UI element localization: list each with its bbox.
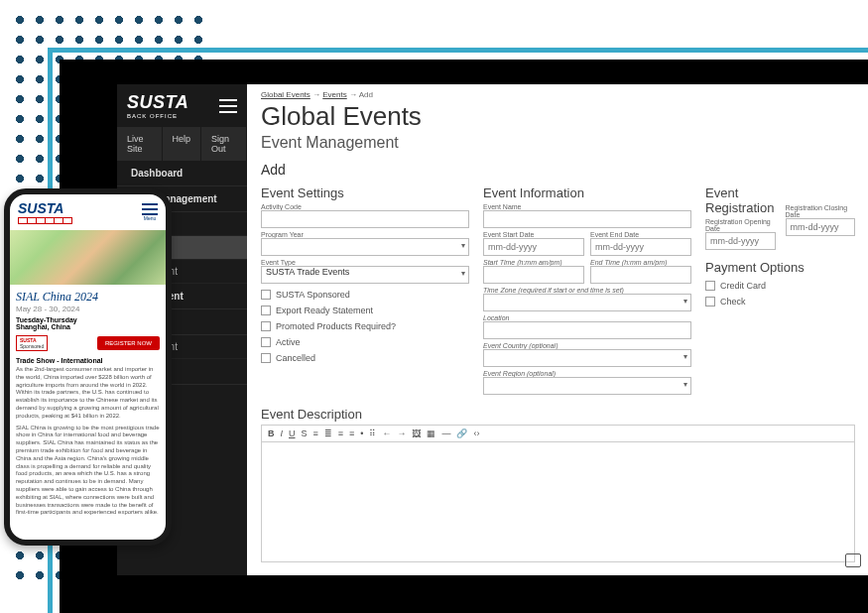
brand-name: SUSTA [127, 92, 188, 112]
end-time-input[interactable] [590, 266, 691, 284]
indent-icon[interactable]: → [397, 429, 406, 438]
align-left-icon[interactable]: ≡ [313, 429, 318, 438]
crumb-add: Add [359, 90, 373, 99]
location-input[interactable] [483, 321, 691, 339]
label-export: Export Ready Statement [276, 306, 373, 315]
breadcrumb: Global Events → Events → Add [261, 90, 855, 99]
label-type: Event Type [261, 259, 469, 266]
phone-brand-bar [18, 217, 72, 224]
main-content: Global Events → Events → Add Global Even… [247, 84, 868, 575]
code-icon[interactable]: ‹› [473, 429, 479, 438]
nav-help[interactable]: Help [163, 127, 202, 161]
outdent-icon[interactable]: ← [382, 429, 391, 438]
section-pay: Payment Options [705, 260, 855, 275]
hr-icon[interactable]: — [441, 429, 450, 438]
phone-body-1: As the 2nd-largest consumer market and i… [10, 366, 166, 425]
phone-mockup: SUSTA Menu SIAL China 2024 May 28 - 30, … [4, 188, 172, 546]
label-year: Program Year [261, 231, 469, 238]
label-start: Event Start Date [483, 231, 584, 238]
phone-register-button[interactable]: REGISTER NOW [97, 336, 160, 350]
align-right-icon[interactable]: ≡ [338, 429, 343, 438]
phone-menu-label: Menu [142, 215, 158, 221]
nav-live-site[interactable]: Live Site [117, 127, 163, 161]
phone-event-type: Trade Show - International [10, 353, 166, 366]
start-date-input[interactable] [483, 238, 584, 256]
page-title: Global Events [261, 101, 855, 132]
event-type-select[interactable]: SUSTA Trade Events [261, 266, 469, 284]
top-nav: Live Site Help Sign Out [117, 127, 247, 161]
reg-close-input[interactable] [786, 218, 856, 236]
phone-hero-image [10, 230, 166, 285]
label-region: Event Region (optional) [483, 370, 691, 377]
cancelled-checkbox[interactable] [261, 353, 271, 363]
label-promoted: Promoted Products Required? [276, 321, 396, 331]
active-checkbox[interactable] [261, 337, 271, 347]
activity-code-input[interactable] [261, 210, 469, 228]
page-action: Add [261, 162, 855, 178]
event-name-input[interactable] [483, 210, 691, 228]
phone-event-days: Tuesday-Thursday [10, 313, 166, 323]
align-justify-icon[interactable]: ≡ [349, 429, 354, 438]
phone-sponsor-badge: SUSTASponsored [16, 335, 48, 351]
desktop-window: SUSTA BACK OFFICE Live Site Help Sign Ou… [117, 84, 868, 575]
phone-event-location: Shanghai, China [10, 323, 166, 333]
table-icon[interactable]: ▦ [427, 429, 435, 438]
crumb-global[interactable]: Global Events [261, 90, 310, 99]
label-etime: End Time (h:mm am/pm) [590, 259, 691, 266]
crumb-events[interactable]: Events [322, 90, 346, 99]
start-time-input[interactable] [483, 266, 584, 284]
susta-sponsored-checkbox[interactable] [261, 290, 271, 300]
label-loc: Location [483, 314, 691, 321]
phone-brand: SUSTA [18, 200, 72, 216]
section-desc: Event Description [261, 407, 855, 422]
section-info: Event Information [483, 185, 691, 200]
label-country: Event Country (optional) [483, 342, 691, 349]
timezone-select[interactable] [483, 294, 691, 311]
underline-icon[interactable]: U [289, 429, 296, 438]
reg-open-input[interactable] [705, 232, 776, 250]
label-tz: Time Zone (required if start or end time… [483, 287, 691, 294]
label-activity: Activity Code [261, 203, 469, 210]
label-regclose: Registration Closing Date [786, 204, 856, 218]
nav-signout[interactable]: Sign Out [201, 127, 247, 161]
strike-icon[interactable]: S [302, 429, 308, 438]
section-reg: Event Registration [705, 185, 776, 215]
hamburger-icon[interactable] [219, 99, 237, 113]
label-name: Event Name [483, 203, 691, 210]
program-year-select[interactable] [261, 238, 469, 256]
label-stime: Start Time (h:mm am/pm) [483, 259, 584, 266]
label-susta: SUSTA Sponsored [276, 290, 350, 300]
brand-subtitle: BACK OFFICE [127, 113, 188, 119]
image-icon[interactable]: 🖼 [412, 429, 421, 438]
comment-icon[interactable] [845, 553, 861, 567]
label-regopen: Registration Opening Date [705, 218, 776, 232]
country-select[interactable] [483, 349, 691, 367]
label-cc: Credit Card [720, 281, 766, 291]
number-list-icon[interactable]: ⠿ [369, 429, 376, 438]
phone-hamburger-icon[interactable] [142, 203, 158, 215]
phone-event-title: SIAL China 2024 [10, 285, 166, 305]
export-ready-checkbox[interactable] [261, 306, 271, 315]
align-center-icon[interactable]: ≣ [324, 429, 332, 438]
description-editor[interactable] [261, 441, 855, 562]
italic-icon[interactable]: I [281, 429, 284, 438]
end-date-input[interactable] [590, 238, 691, 256]
section-settings: Event Settings [261, 185, 469, 200]
credit-card-checkbox[interactable] [705, 281, 715, 291]
label-cancelled: Cancelled [276, 353, 315, 363]
label-active: Active [276, 337, 301, 347]
bullet-list-icon[interactable]: • [360, 429, 363, 438]
promoted-checkbox[interactable] [261, 321, 271, 331]
bold-icon[interactable]: B [268, 429, 275, 438]
label-end: Event End Date [590, 231, 691, 238]
page-subtitle: Event Management [261, 134, 855, 152]
editor-toolbar: B I U S ≡ ≣ ≡ ≡ • ⠿ ← → 🖼 ▦ — 🔗 ‹› [261, 425, 855, 441]
phone-body-2: SIAL China is growing to be the most pre… [10, 425, 166, 522]
brand-logo: SUSTA BACK OFFICE [117, 84, 247, 127]
sidebar-item-dashboard[interactable]: Dashboard [117, 161, 247, 186]
check-checkbox[interactable] [705, 297, 715, 306]
region-select[interactable] [483, 377, 691, 395]
link-icon[interactable]: 🔗 [456, 429, 467, 438]
label-check: Check [720, 297, 746, 306]
phone-event-dates: May 28 - 30, 2024 [10, 305, 166, 313]
